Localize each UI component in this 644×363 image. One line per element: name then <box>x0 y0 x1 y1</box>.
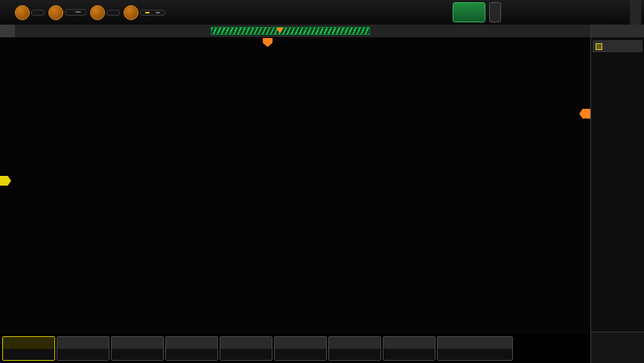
results-sidebar <box>590 25 644 363</box>
rtsa-button[interactable] <box>536 1 564 24</box>
acquire-info[interactable] <box>65 9 86 16</box>
math3-expression <box>329 349 380 360</box>
default-button[interactable] <box>489 2 501 22</box>
trigger-knob-icon[interactable] <box>124 5 138 20</box>
ch3-offset <box>112 349 163 360</box>
math2-expression <box>275 349 326 360</box>
oscilloscope-screen <box>0 0 644 363</box>
timebase-value[interactable] <box>31 10 45 16</box>
horizontal-knob-icon[interactable] <box>15 5 30 20</box>
math-box-math4[interactable] <box>383 336 436 361</box>
ch4-offset <box>166 349 217 360</box>
rect-draw-button[interactable] <box>567 1 595 24</box>
math1-expression <box>220 349 272 360</box>
acquire-knob-icon[interactable] <box>48 5 63 20</box>
channel-box-ch3[interactable] <box>111 336 164 361</box>
trigger-info[interactable] <box>140 10 165 16</box>
delay-value[interactable] <box>106 10 120 16</box>
top-toolbar <box>0 0 644 25</box>
view-tab-bar <box>0 25 590 37</box>
waveform-view-tab[interactable] <box>0 25 15 37</box>
trigger-source-badge <box>145 12 150 13</box>
trigger-control[interactable] <box>124 5 165 20</box>
channel-box-ch2[interactable] <box>57 336 109 361</box>
math4-expression <box>383 349 435 360</box>
measurement-icon <box>596 43 602 50</box>
system-status-panel <box>591 332 644 363</box>
horizontal-control[interactable] <box>15 5 45 20</box>
acquire-control[interactable] <box>48 5 86 20</box>
math-box-math3[interactable] <box>328 336 381 361</box>
memory-depth <box>75 11 81 13</box>
channel-box-ch1[interactable] <box>2 336 55 361</box>
waveform-display[interactable] <box>0 37 590 335</box>
memory-trigger-marker-icon[interactable] <box>276 28 284 34</box>
multi-window-button[interactable] <box>599 1 626 24</box>
memory-position-indicator[interactable] <box>211 27 370 35</box>
rtsa-span <box>438 349 512 360</box>
ch1-offset <box>3 349 54 360</box>
math-box-math2[interactable] <box>274 336 327 361</box>
rtsa-box[interactable] <box>437 336 513 361</box>
results-header <box>591 25 644 37</box>
channel-status-bar <box>0 335 590 363</box>
trigger-coupling-badge <box>156 12 160 13</box>
ch2-offset <box>57 349 109 360</box>
waveform-plot <box>0 37 590 335</box>
delay-knob-icon[interactable] <box>90 5 105 20</box>
delay-control[interactable] <box>90 5 120 20</box>
run-stop-button[interactable] <box>453 2 485 22</box>
measurement-card-frequency[interactable] <box>593 40 643 52</box>
channel-box-ch4[interactable] <box>165 336 218 361</box>
math-box-math1[interactable] <box>220 336 272 361</box>
histogram-button[interactable] <box>505 1 532 24</box>
toolbar-expand-button[interactable] <box>630 0 641 25</box>
